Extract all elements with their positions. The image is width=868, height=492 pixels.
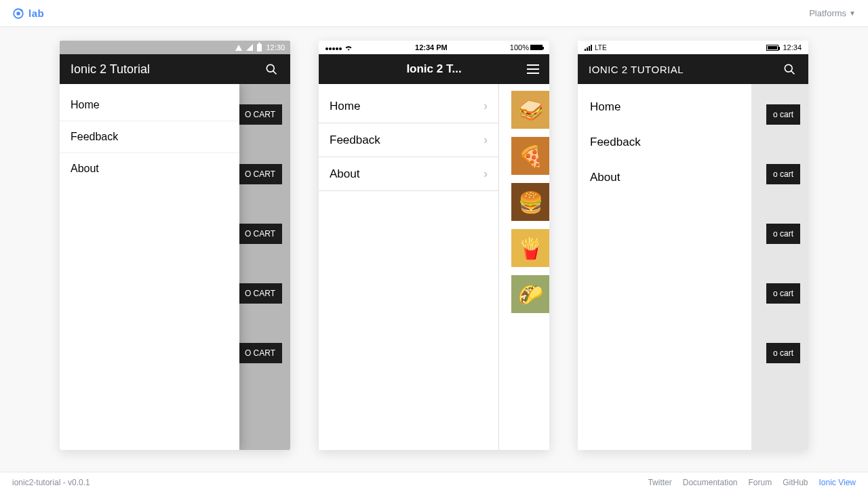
chevron-right-icon: › [484,99,488,113]
menu-item-feedback[interactable]: Feedback [578,125,751,160]
menu-item-label: Home [71,99,100,111]
menu-item-label: Feedback [590,136,641,149]
search-button[interactable] [780,60,799,79]
page-title: Ionic 2 Tutorial [71,62,279,77]
svg-point-5 [785,64,792,72]
network-label: LTE [595,44,607,52]
body-wp: o cart o cart o cart o cart o cart Home … [578,84,808,450]
chevron-right-icon: › [484,133,488,147]
svg-point-2 [20,9,22,11]
add-to-cart-button[interactable]: o cart [766,283,800,304]
add-to-cart-button[interactable]: O CART [238,343,282,363]
menu-item-label: Home [590,100,620,114]
statusbar-ios: 12:34 PM 100% [319,41,549,54]
battery-icon [530,45,542,50]
app-header-ios: Ionic 2 T... [319,54,549,84]
menu-item-home[interactable]: Home [60,89,239,121]
footer-link-ionic-view[interactable]: Ionic View [819,478,856,487]
menu-item-label: About [330,167,359,181]
status-left: LTE [585,44,607,52]
menu-item-label: Home [330,100,360,113]
add-to-cart-button[interactable]: o cart [766,224,800,244]
body-ios: 🥪 🍕 🍔 🍟 🌮 Home› Feedback› About› [319,84,549,450]
menu-item-home[interactable]: Home› [319,89,498,123]
svg-line-4 [273,71,277,75]
add-to-cart-button[interactable]: O CART [238,283,282,304]
footer-link-forum[interactable]: Forum [748,478,772,487]
signal-icon [585,45,592,51]
battery-percent: 100% [510,43,529,52]
brand-text: lab [28,7,44,19]
project-version: ionic2-tutorial - v0.0.1 [12,478,90,487]
platforms-dropdown[interactable]: Platforms ▼ [809,8,856,18]
battery-icon [257,44,262,52]
menu-item-feedback[interactable]: Feedback› [319,123,498,157]
lab-footer: ionic2-tutorial - v0.0.1 Twitter Documen… [0,472,868,492]
ionic-lab-icon [12,7,24,20]
food-list: 🥪 🍕 🍔 🍟 🌮 [511,91,549,313]
side-menu: Home Feedback About [578,84,751,450]
add-to-cart-button[interactable]: O CART [238,164,282,184]
body-android: O CART O CART O CART O CART O CART Home … [60,84,290,450]
hamburger-icon [527,64,539,66]
sandwich-thumb[interactable]: 🥪 [511,91,549,129]
add-to-cart-button[interactable]: O CART [238,224,282,244]
menu-item-home[interactable]: Home [578,89,751,125]
menu-item-label: Feedback [330,134,380,147]
wifi-icon [235,45,242,51]
menu-list: Home› Feedback› About› [319,87,498,194]
search-icon [783,62,796,76]
pizza-thumb[interactable]: 🍕 [511,137,549,175]
app-header-wp: IONIC 2 TUTORIAL [578,54,808,84]
menu-item-about[interactable]: About› [319,157,498,191]
side-menu: Home› Feedback› About› [319,84,499,450]
cart-button-list: O CART O CART O CART O CART O CART [238,104,282,363]
device-android: 12:30 Ionic 2 Tutorial O CART O CART O C… [60,41,290,450]
menu-item-about[interactable]: About [578,160,751,195]
menu-toggle-button[interactable] [524,60,542,79]
menu-item-feedback[interactable]: Feedback [60,121,239,153]
svg-point-1 [16,12,20,15]
clock: 12:34 PM [415,43,448,52]
menu-list: Home Feedback About [60,87,239,187]
footer-link-twitter[interactable]: Twitter [648,478,671,487]
fries-thumb[interactable]: 🍟 [511,229,549,267]
menu-item-label: About [71,163,99,175]
page-title: Ionic 2 T... [406,62,461,76]
statusbar-wp: LTE 12:34 [578,41,808,54]
cart-button-list: o cart o cart o cart o cart o cart [766,104,800,363]
add-to-cart-button[interactable]: o cart [766,104,800,125]
svg-line-6 [791,71,795,75]
status-right: 100% [510,43,542,52]
clock: 12:34 [783,43,802,52]
side-menu: Home Feedback About [60,84,239,450]
menu-item-label: Feedback [71,131,118,143]
burger-thumb[interactable]: 🍔 [511,183,549,221]
add-to-cart-button[interactable]: o cart [766,343,800,363]
footer-link-documentation[interactable]: Documentation [683,478,738,487]
tacos-thumb[interactable]: 🌮 [511,275,549,313]
footer-links: Twitter Documentation Forum GitHub Ionic… [648,478,856,487]
footer-link-github[interactable]: GitHub [783,478,808,487]
signal-icon [246,44,253,51]
chevron-right-icon: › [484,167,488,181]
clock: 12:30 [266,43,285,52]
carrier-dots-icon [326,43,342,52]
menu-item-label: About [590,171,620,184]
search-icon [264,62,278,76]
menu-item-about[interactable]: About [60,153,239,184]
add-to-cart-button[interactable]: O CART [238,104,282,125]
platforms-label: Platforms [809,8,846,18]
lab-topbar: lab Platforms ▼ [0,0,868,27]
caret-down-icon: ▼ [849,9,856,17]
statusbar-android: 12:30 [60,41,290,54]
page-title: IONIC 2 TUTORIAL [589,64,797,75]
device-stage: 12:30 Ionic 2 Tutorial O CART O CART O C… [0,27,868,472]
wifi-icon [344,44,353,51]
status-right: 12:34 [766,43,802,52]
add-to-cart-button[interactable]: o cart [766,164,800,184]
search-button[interactable] [262,60,281,79]
status-left [326,43,353,52]
device-wp: LTE 12:34 IONIC 2 TUTORIAL o cart o cart… [578,41,808,450]
menu-list: Home Feedback About [578,87,751,198]
